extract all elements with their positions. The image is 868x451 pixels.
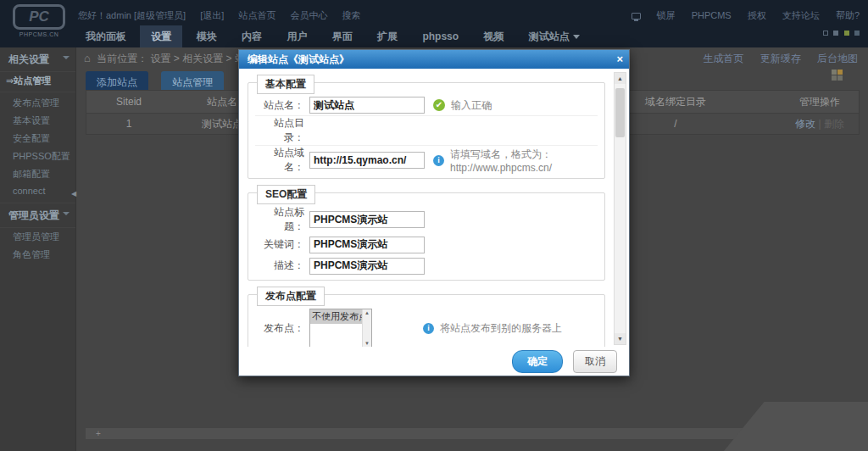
- sidebar-item-site-manage[interactable]: ⇒站点管理: [0, 72, 75, 92]
- chevron-down-icon: [573, 35, 580, 39]
- site-name-label: 站点名：: [255, 98, 309, 113]
- fieldset-seo: SEO配置 站点标题： 关键词： 描述：: [248, 192, 605, 281]
- sidebar-item-security[interactable]: 安全配置: [0, 130, 75, 148]
- phpcms-link[interactable]: PHPCMS: [692, 10, 732, 20]
- nav-tab-settings[interactable]: 设置: [140, 25, 182, 47]
- search-link[interactable]: 搜索: [342, 10, 361, 20]
- site-home-link[interactable]: 站点首页: [238, 10, 275, 20]
- seo-title-input[interactable]: [309, 211, 425, 228]
- phpcms-logo: PC PHPCMS.CN: [8, 4, 70, 43]
- nav-tab-interface[interactable]: 界面: [321, 25, 364, 47]
- scrollbar-thumb[interactable]: [615, 88, 625, 137]
- generate-home-link[interactable]: 生成首页: [703, 53, 743, 64]
- delete-link[interactable]: 删除: [824, 118, 844, 130]
- nav-tab-phpsso[interactable]: phpsso: [411, 25, 470, 47]
- sidebar-section-related-settings[interactable]: 相关设置: [0, 47, 75, 72]
- cell-bind-dir: /: [637, 114, 714, 135]
- theme-square-icon[interactable]: [854, 31, 860, 36]
- cell-manage-ops: 修改 | 删除: [782, 114, 858, 135]
- seo-keywords-label: 关键词：: [255, 237, 309, 252]
- site-domain-hint: 请填写域名，格式为：http://www.phpcms.cn/: [450, 148, 598, 174]
- form-row-seo-title: 站点标题：: [255, 205, 598, 234]
- cell-siteid: 1: [95, 114, 163, 135]
- chevron-down-icon: [63, 212, 70, 215]
- form-row-site-name: 站点名： ✔ 输入正确: [255, 95, 598, 116]
- nav-tab-video[interactable]: 视频: [472, 25, 515, 47]
- forum-link[interactable]: 支持论坛: [782, 10, 820, 20]
- sidebar-item-mail[interactable]: 邮箱配置: [0, 165, 75, 183]
- publish-point-hint: 将站点发布到别的服务器上: [440, 321, 562, 336]
- nav-tab-users[interactable]: 用户: [275, 25, 318, 47]
- dialog-footer: 确定 取消: [239, 347, 629, 376]
- user-links: 您好！admin [超级管理员] [退出] 站点首页 会员中心 搜索: [78, 9, 373, 22]
- theme-square-icon[interactable]: [844, 31, 849, 36]
- theme-square-icon[interactable]: [823, 31, 828, 36]
- form-row-site-dir: 站点目录：: [255, 116, 598, 146]
- site-name-input[interactable]: [309, 97, 425, 114]
- ok-button[interactable]: 确定: [512, 350, 563, 373]
- corner-watermark: [724, 402, 868, 451]
- layout-grid-icon[interactable]: [832, 70, 844, 82]
- nav-tab-content[interactable]: 内容: [231, 25, 273, 47]
- scroll-down-icon[interactable]: ▼: [615, 333, 626, 344]
- fieldset-basic: 基本配置 站点名： ✔ 输入正确 站点目录： 站点域名： i 请填写域名，格式为…: [248, 82, 605, 179]
- legend-publish: 发布点配置: [257, 287, 325, 306]
- sidebar-section-admin-settings[interactable]: 管理员设置: [0, 203, 75, 228]
- scroll-up-icon[interactable]: ▲: [615, 73, 626, 84]
- form-row-site-domain: 站点域名： i 请填写域名，格式为：http://www.phpcms.cn/: [255, 146, 598, 175]
- col-manage-ops: 管理操作: [782, 91, 858, 113]
- lock-screen-link[interactable]: 锁屏: [632, 10, 676, 20]
- info-icon: i: [433, 155, 444, 166]
- edit-link[interactable]: 修改: [795, 118, 815, 130]
- info-icon: i: [423, 323, 434, 334]
- logout-link[interactable]: [退出]: [200, 10, 224, 20]
- nav-tab-test-site[interactable]: 测试站点: [518, 25, 591, 47]
- dialog-title: 编辑站点《测试站点》: [248, 53, 349, 65]
- settings-sidebar: 相关设置 ⇒站点管理 发布点管理 基本设置 安全配置 PHPSSO配置 邮箱配置…: [0, 47, 76, 451]
- form-row-publish-point: 发布点： 不使用发布点 ▲ ▼ i 将站点发布到别的服务器上: [255, 307, 598, 348]
- theme-color-squares[interactable]: [821, 26, 860, 38]
- sidebar-collapse-handle[interactable]: ◀: [71, 190, 76, 198]
- license-link[interactable]: 授权: [748, 10, 766, 20]
- site-domain-input[interactable]: [309, 152, 425, 169]
- sidebar-item-admin-manage[interactable]: 管理员管理: [0, 228, 75, 246]
- col-siteid: Siteid: [95, 91, 163, 113]
- scroll-down-icon[interactable]: ▼: [363, 341, 371, 346]
- sidebar-item-role-manage[interactable]: 角色管理: [0, 246, 75, 264]
- legend-basic: 基本配置: [257, 75, 314, 94]
- cancel-button[interactable]: 取消: [573, 350, 617, 373]
- help-link[interactable]: 帮助?: [836, 10, 860, 20]
- home-icon: ⌂: [84, 52, 91, 64]
- sidebar-item-publish-point[interactable]: 发布点管理: [0, 94, 75, 112]
- sidebar-item-phpsso[interactable]: PHPSSO配置: [0, 148, 75, 165]
- check-icon: ✔: [433, 99, 445, 111]
- form-row-seo-desc: 描述：: [255, 255, 598, 276]
- backend-map-link[interactable]: 后台地图: [817, 53, 858, 64]
- publish-point-listbox[interactable]: 不使用发布点 ▲ ▼: [309, 309, 372, 348]
- seo-title-label: 站点标题：: [255, 205, 309, 234]
- nav-tab-panel[interactable]: 我的面板: [75, 25, 137, 47]
- sidebar-item-basic-settings[interactable]: 基本设置: [0, 112, 75, 130]
- seo-desc-input[interactable]: [309, 258, 425, 275]
- form-row-seo-keywords: 关键词：: [255, 234, 598, 255]
- legend-seo: SEO配置: [257, 185, 315, 204]
- logo-pc-glyph: PC: [13, 4, 65, 30]
- member-center-link[interactable]: 会员中心: [290, 10, 327, 20]
- dialog-scrollbar[interactable]: ▲ ▼: [614, 72, 626, 345]
- site-domain-label: 站点域名：: [255, 146, 309, 175]
- seo-keywords-input[interactable]: [309, 237, 425, 253]
- listbox-scrollbar[interactable]: ▲ ▼: [362, 309, 371, 347]
- header-right-links: 锁屏 PHPCMS 授权 支持论坛 帮助?: [618, 9, 860, 22]
- nav-tab-extend[interactable]: 扩展: [366, 25, 409, 47]
- main-nav: 我的面板 设置 模块 内容 用户 界面 扩展 phpsso 视频 测试站点: [75, 25, 591, 47]
- content-top-links: 生成首页 更新缓存 后台地图: [689, 52, 858, 66]
- nav-tab-modules[interactable]: 模块: [186, 25, 228, 47]
- dialog-title-bar[interactable]: 编辑站点《测试站点》 ×: [239, 50, 629, 69]
- close-icon[interactable]: ×: [616, 50, 623, 69]
- update-cache-link[interactable]: 更新缓存: [760, 53, 801, 64]
- scroll-up-icon[interactable]: ▲: [363, 310, 371, 315]
- logo-subtext: PHPCMS.CN: [8, 31, 70, 37]
- dialog-scroll-area: 基本配置 站点名： ✔ 输入正确 站点目录： 站点域名： i 请填写域名，格式为…: [239, 69, 629, 348]
- theme-square-icon[interactable]: [833, 31, 838, 36]
- sidebar-item-connect[interactable]: connect: [0, 183, 75, 198]
